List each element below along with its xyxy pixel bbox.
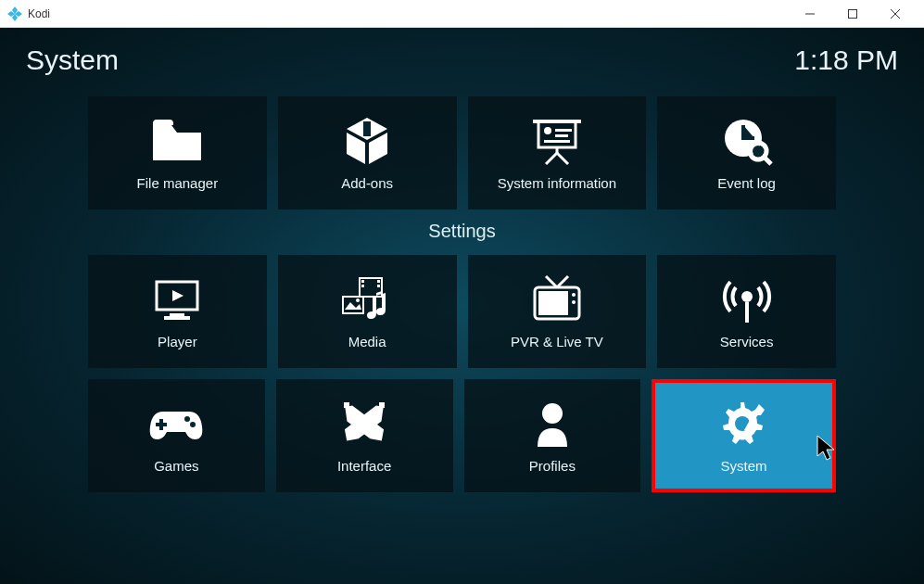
svg-point-15 xyxy=(753,146,764,157)
svg-rect-22 xyxy=(361,285,364,287)
svg-rect-36 xyxy=(156,423,167,426)
tile-addons[interactable]: Add-ons xyxy=(278,96,457,209)
svg-line-11 xyxy=(546,153,557,164)
tile-interface[interactable]: Interface xyxy=(276,379,453,492)
svg-point-38 xyxy=(190,422,196,427)
tile-event-log[interactable]: Event log xyxy=(657,96,836,209)
tile-row-top: File manager Add-ons System information … xyxy=(88,96,836,209)
tile-label: System information xyxy=(498,175,616,191)
svg-rect-30 xyxy=(538,291,568,315)
maximize-button[interactable] xyxy=(831,0,874,28)
tile-label: Interface xyxy=(337,458,391,474)
gamepad-icon xyxy=(146,399,206,449)
tile-label: Add-ons xyxy=(341,175,393,191)
svg-rect-9 xyxy=(544,140,570,143)
presentation-icon xyxy=(527,116,587,166)
tile-grid: File manager Add-ons System information … xyxy=(0,87,924,492)
gear-wrench-icon xyxy=(715,399,774,449)
tile-row-settings-1: Player Media PVR & Live TV Services xyxy=(88,255,836,368)
clock-search-icon xyxy=(717,116,777,166)
tile-label: Player xyxy=(158,334,197,349)
svg-rect-8 xyxy=(555,134,568,137)
player-icon xyxy=(147,274,207,324)
svg-line-28 xyxy=(557,276,568,287)
svg-point-37 xyxy=(184,416,190,422)
clock: 1:18 PM xyxy=(794,44,898,76)
svg-line-27 xyxy=(546,276,557,287)
tile-label: Profiles xyxy=(529,458,576,474)
svg-point-32 xyxy=(572,300,576,304)
svg-line-16 xyxy=(764,157,771,164)
cursor-icon xyxy=(816,434,842,463)
tile-system-information[interactable]: System information xyxy=(468,96,647,209)
settings-heading: Settings xyxy=(88,221,836,242)
profile-icon xyxy=(523,399,582,449)
svg-rect-24 xyxy=(377,285,380,287)
tile-label: System xyxy=(721,458,767,474)
close-button[interactable] xyxy=(874,0,917,28)
tile-label: File manager xyxy=(137,175,219,191)
svg-point-31 xyxy=(572,293,576,297)
svg-point-26 xyxy=(356,298,360,302)
kodi-app: System 1:18 PM File manager Add-ons xyxy=(0,28,924,584)
broadcast-icon xyxy=(717,274,777,324)
window-controls xyxy=(789,0,917,28)
svg-rect-18 xyxy=(170,313,184,316)
kodi-app-icon xyxy=(7,6,22,21)
tile-system[interactable]: System xyxy=(652,379,836,492)
window-titlebar: Kodi xyxy=(0,0,924,28)
box-icon xyxy=(337,116,397,166)
tile-row-settings-2: Games Interface Profiles System xyxy=(88,379,836,492)
tile-label: Services xyxy=(720,334,774,349)
tile-media[interactable]: Media xyxy=(278,255,457,368)
folder-icon xyxy=(147,116,207,166)
svg-point-6 xyxy=(544,127,551,134)
svg-rect-39 xyxy=(344,402,349,408)
interface-icon xyxy=(335,399,394,449)
svg-rect-19 xyxy=(164,316,190,320)
svg-point-33 xyxy=(741,291,753,302)
svg-line-12 xyxy=(557,153,568,164)
svg-rect-21 xyxy=(361,280,364,283)
minimize-button[interactable] xyxy=(789,0,831,28)
tv-icon xyxy=(527,274,587,324)
svg-rect-1 xyxy=(849,9,857,18)
tile-services[interactable]: Services xyxy=(657,255,836,368)
svg-point-41 xyxy=(542,403,563,424)
tile-label: Event log xyxy=(717,175,776,191)
tile-label: PVR & Live TV xyxy=(511,334,603,349)
tile-profiles[interactable]: Profiles xyxy=(464,379,641,492)
tile-games[interactable]: Games xyxy=(88,379,265,492)
header: System 1:18 PM xyxy=(0,28,924,87)
tile-label: Media xyxy=(348,334,386,349)
svg-rect-40 xyxy=(379,402,385,408)
media-icon xyxy=(337,274,397,324)
svg-rect-7 xyxy=(555,129,572,132)
svg-rect-23 xyxy=(377,280,380,283)
tile-label: Games xyxy=(154,458,198,474)
tile-player[interactable]: Player xyxy=(88,255,267,368)
window-title: Kodi xyxy=(28,7,789,20)
tile-pvr-livetv[interactable]: PVR & Live TV xyxy=(468,255,647,368)
tile-file-manager[interactable]: File manager xyxy=(88,96,267,209)
page-title: System xyxy=(26,44,119,76)
